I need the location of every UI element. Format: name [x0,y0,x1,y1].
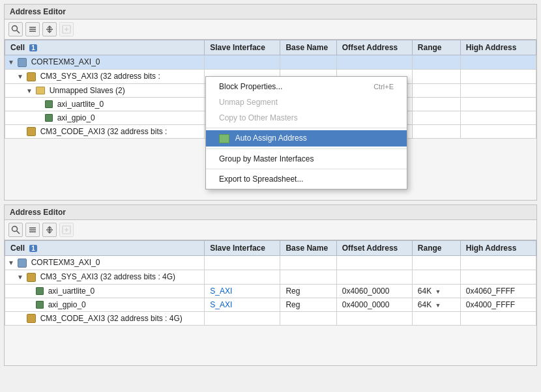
cell-num-badge-2: 1 [29,245,37,252]
range-cell [412,311,460,326]
svg-point-10 [12,227,18,232]
block-icon [27,127,36,136]
expand-arrow[interactable]: ▼ [8,259,16,266]
range-cell [412,97,460,111]
high-cell [460,97,536,111]
row-text: CM3_SYS_AXI3 (32 address bits : 4G) [40,272,175,281]
col-header-offset-1: Offset Address [336,40,412,55]
col-header-base-2: Base Name [280,241,336,256]
table-row[interactable]: ▼ CORTEXM3_AXI_0 [5,256,536,270]
menu-item-export[interactable]: Export to Spreadsheet... [206,171,407,187]
menu-label: Auto Assign Address [219,133,307,143]
collapse-button-1[interactable] [25,22,40,36]
high-cell [460,83,536,97]
slave-cell [205,256,280,270]
toolbar-2 [5,220,536,240]
svg-point-0 [12,26,18,31]
high-cell: 0x4060_FFFF [460,284,536,298]
range-dropdown-arrow[interactable]: ▼ [435,288,441,295]
col-header-offset-2: Offset Address [336,241,412,256]
high-cell [460,270,536,284]
table-row[interactable]: ▶ axi_gpio_0 S_AXI Reg 0x4000_0000 64K ▼… [5,298,536,311]
col-header-range-2: Range [412,241,460,256]
slave-link[interactable]: S_AXI [210,300,232,309]
high-cell [460,124,536,139]
offset-cell [336,55,412,70]
row-text: axi_gpio_0 [57,113,95,122]
svg-line-1 [17,31,20,34]
cell-num-badge-1: 1 [29,44,37,51]
expand-arrow[interactable]: ▼ [17,273,25,281]
high-cell [460,111,536,124]
cell-label: ▼ CM3_SYS_AXI3 (32 address bits : [5,69,205,83]
range-cell [412,83,460,97]
assign-button-2[interactable] [59,223,74,237]
menu-label: Unmap Segment [219,98,278,107]
search-icon-1 [11,25,20,34]
offset-cell [336,270,412,284]
col-header-cell-2: Cell 1 [5,241,205,256]
menu-item-copy[interactable]: Copy to Other Masters [206,110,407,126]
cell-label: ▼ CM3_SYS_AXI3 (32 address bits : 4G) [5,270,205,284]
cell-label: ▶ axi_gpio_0 [5,298,205,311]
range-cell [412,124,460,139]
col-header-slave-1: Slave Interface [205,40,280,55]
collapse-icon-1 [28,25,37,34]
col-header-slave-2: Slave Interface [205,241,280,256]
col-header-range-1: Range [412,40,460,55]
table-row[interactable]: ▼ CM3_SYS_AXI3 (32 address bits : 4G) [5,270,536,284]
table-row[interactable]: ▼ CORTEXM3_AXI_0 [5,55,536,70]
panel-1-title: Address Editor [5,5,536,20]
assign-button-1[interactable] [59,22,74,36]
table-row[interactable]: ▶ axi_uartlite_0 S_AXI Reg 0x4060_0000 6… [5,284,536,298]
col-header-high-2: High Address [460,241,536,256]
base-cell [280,256,336,270]
col-header-base-1: Base Name [280,40,336,55]
menu-separator-1 [206,128,407,128]
expand-button-2[interactable] [42,223,57,237]
small-icon [45,114,53,122]
expand-arrow[interactable]: ▼ [26,87,34,94]
range-cell [412,256,460,270]
row-text: axi_uartlite_0 [48,287,95,296]
expand-arrow[interactable]: ▼ [8,59,16,66]
base-cell [280,55,336,70]
expand-button-1[interactable] [42,22,57,36]
menu-item-unmap[interactable]: Unmap Segment [206,94,407,110]
search-icon-2 [11,225,20,234]
slave-link[interactable]: S_AXI [210,287,232,296]
toolbar-1 [5,20,536,40]
cell-label: ▼ Unmapped Slaves (2) [5,83,205,97]
context-menu: Block Properties... Ctrl+E Unmap Segment… [205,76,407,189]
high-cell: 0x4000_FFFF [460,298,536,311]
cell-label: ▶ CM3_CODE_AXI3 (32 address bits : 4G) [5,311,205,326]
expand-icon-2 [45,225,54,234]
range-dropdown-arrow[interactable]: ▼ [435,302,441,309]
row-text: axi_uartlite_0 [57,100,104,109]
menu-item-block-props[interactable]: Block Properties... Ctrl+E [206,79,407,94]
table-row[interactable]: ▶ CM3_CODE_AXI3 (32 address bits : 4G) [5,311,536,326]
chip-icon [18,58,27,67]
range-cell [412,270,460,284]
row-text: CM3_SYS_AXI3 (32 address bits : [40,72,160,81]
search-button-1[interactable] [8,22,23,36]
cell-label: ▼ CORTEXM3_AXI_0 [5,55,205,70]
expand-arrow[interactable]: ▼ [17,73,25,80]
search-button-2[interactable] [8,223,23,237]
col-header-high-1: High Address [460,40,536,55]
high-cell [460,256,536,270]
menu-item-auto-assign[interactable]: Auto Assign Address [206,130,407,147]
menu-separator-3 [206,169,407,169]
base-cell: Reg [280,298,336,311]
menu-item-group[interactable]: Group by Master Interfaces [206,151,407,167]
range-cell: 64K ▼ [412,298,460,311]
row-text: CM3_CODE_AXI3 (32 address bits : 4G) [40,314,183,323]
range-cell [412,111,460,124]
collapse-button-2[interactable] [25,223,40,237]
high-cell [460,55,536,70]
table-container-2: Cell 1 Slave Interface Base Name Offset … [5,240,536,326]
row-text: CORTEXM3_AXI_0 [31,57,100,66]
base-cell [280,270,336,284]
small-icon [36,287,44,295]
slave-cell [205,311,280,326]
